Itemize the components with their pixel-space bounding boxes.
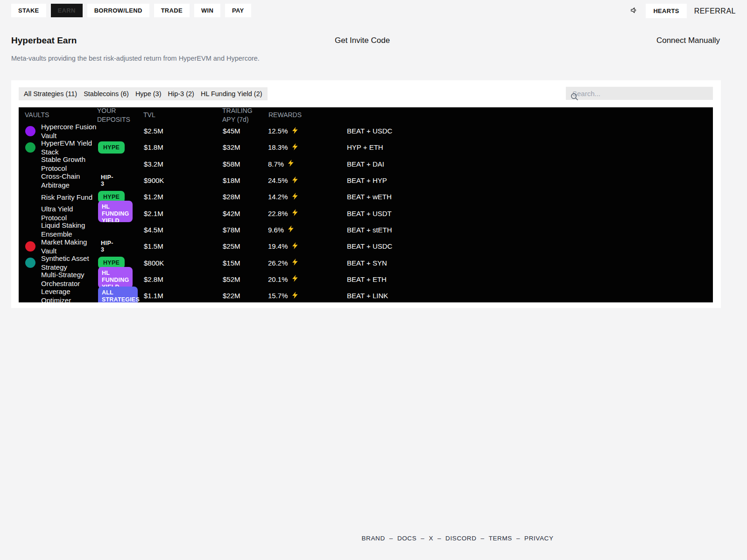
lightning-bolt-icon — [291, 274, 298, 284]
tvl-value: $4.5M — [144, 222, 163, 238]
column-header-rewards: REWARDS — [268, 107, 302, 123]
footer-link-terms[interactable]: TERMS — [489, 535, 512, 542]
reward-percent: 24.5% — [268, 172, 298, 189]
reward-pct-text: 8.7% — [268, 160, 284, 168]
sound-toggle-button[interactable] — [630, 6, 638, 16]
referral-link[interactable]: REFERRAL — [694, 7, 736, 15]
apy-value: $32M — [223, 139, 240, 155]
footer-separator: – — [481, 535, 485, 542]
vault-color-dot — [25, 258, 35, 268]
footer-link-x[interactable]: X — [429, 535, 433, 542]
top-right-controls: HEARTS REFERRAL — [630, 4, 736, 18]
search-input[interactable] — [566, 87, 713, 100]
footer-separator: – — [516, 535, 520, 542]
reward-percent: 22.8% — [268, 205, 298, 221]
reward-pair: BEAT + USDC — [347, 123, 392, 139]
nav-button-stake[interactable]: STAKE — [11, 4, 46, 17]
nav-button-earn[interactable]: EARN — [51, 4, 83, 17]
table-row[interactable]: Leverage Optimizer ALL STRATEGIES $1.1M … — [19, 287, 713, 302]
apy-value: $15M — [223, 254, 240, 271]
reward-pct-text: 24.5% — [268, 176, 288, 184]
nav-button-win[interactable]: WIN — [194, 4, 220, 17]
get-invite-code-link[interactable]: Get Invite Code — [335, 36, 390, 45]
tvl-value: $2.1M — [144, 205, 163, 221]
lightning-bolt-icon — [291, 192, 298, 202]
reward-pair: BEAT + wETH — [347, 189, 392, 205]
lightning-bolt-icon — [291, 209, 298, 218]
table-row[interactable]: Cross-Chain Arbitrage HIP-3 $900K $18M 2… — [19, 172, 713, 189]
strategy-badge: HIP-3 — [101, 240, 113, 253]
lightning-bolt-icon — [291, 143, 298, 152]
vault-color-dot — [25, 241, 35, 252]
table-row[interactable]: Ultra Yield Protocol HL FUNDING YIELD $2… — [19, 205, 713, 221]
tvl-value: $1.1M — [144, 287, 163, 302]
table-header-row: VAULTS YOUR DEPOSITS TVL TRAILING APY (7… — [19, 107, 713, 123]
table-row[interactable]: Multi-Strategy Orchestrator HL FUNDING Y… — [19, 271, 713, 287]
nav-button-pay[interactable]: PAY — [225, 4, 251, 17]
vault-name: Cross-Chain Arbitrage — [41, 172, 97, 189]
reward-pct-text: 18.3% — [268, 143, 288, 151]
table-row[interactable]: Market Making Vault HIP-3 $1.5M $25M 19.… — [19, 238, 713, 254]
reward-pair: BEAT + HYP — [347, 172, 387, 189]
lightning-bolt-icon — [287, 159, 294, 168]
vault-color-dot — [25, 142, 35, 153]
strategy-filter-tabs: All Strategies (11)Stablecoins (6)Hype (… — [19, 87, 268, 100]
reward-percent: 18.3% — [268, 139, 298, 155]
column-header-vaults: VAULTS — [25, 107, 49, 123]
table-row[interactable]: Hypercore Fusion Vault $2.5M $45M 12.5% … — [19, 123, 713, 139]
vault-name: Ultra Yield Protocol — [41, 204, 97, 222]
strategy-badge: HL FUNDING YIELD — [98, 267, 133, 288]
reward-pair: BEAT + USDT — [347, 205, 392, 221]
footer-separator: – — [389, 535, 393, 542]
reward-pair: BEAT + DAI — [347, 156, 384, 172]
reward-pair: BEAT + ETH — [347, 271, 387, 287]
reward-percent: 12.5% — [268, 123, 298, 139]
footer-separator: – — [421, 535, 424, 542]
vaults-card: All Strategies (11)Stablecoins (6)Hype (… — [11, 80, 721, 308]
reward-pct-text: 19.4% — [268, 242, 288, 250]
hearts-button[interactable]: HEARTS — [646, 4, 686, 18]
filter-tab-hip-3-2[interactable]: Hip-3 (2) — [165, 90, 197, 98]
tvl-value: $1.8M — [144, 139, 163, 155]
top-nav: STAKEEARNBORROW/LENDTRADEWINPAY — [11, 4, 251, 17]
reward-pct-text: 26.2% — [268, 259, 288, 267]
nav-button-trade[interactable]: TRADE — [154, 4, 190, 17]
footer-link-discord[interactable]: DISCORD — [445, 535, 476, 542]
connect-manually-link[interactable]: Connect Manually — [656, 36, 720, 45]
filter-tab-hl-funding-yield-2[interactable]: HL Funding Yield (2) — [197, 90, 266, 98]
tvl-value: $800K — [144, 254, 164, 271]
vault-name: Risk Parity Fund — [41, 192, 97, 201]
footer-link-brand[interactable]: BRAND — [362, 535, 385, 542]
filter-tab-all-strategies-11[interactable]: All Strategies (11) — [21, 90, 80, 98]
reward-pct-text: 14.2% — [268, 193, 288, 201]
search-container — [566, 87, 713, 100]
reward-percent: 20.1% — [268, 271, 298, 287]
table-row[interactable]: Liquid Staking Ensemble $4.5M $78M 9.6% … — [19, 222, 713, 238]
filter-tab-hype-3[interactable]: Hype (3) — [132, 90, 165, 98]
tvl-value: $1.2M — [144, 189, 163, 205]
strategy-badge: HYPE — [98, 141, 125, 154]
vault-name: HyperEVM Yield Stack — [41, 139, 97, 156]
reward-pct-text: 20.1% — [268, 275, 288, 283]
filter-tab-stablecoins-6[interactable]: Stablecoins (6) — [80, 90, 132, 98]
reward-pair: HYP + ETH — [347, 139, 383, 155]
strategy-badge: HL FUNDING YIELD — [98, 201, 133, 222]
table-row[interactable]: HyperEVM Yield Stack HYPE $1.8M $32M 18.… — [19, 139, 713, 155]
lightning-bolt-icon — [291, 176, 298, 185]
tvl-value: $900K — [144, 172, 164, 189]
footer-link-docs[interactable]: DOCS — [397, 535, 416, 542]
nav-button-borrow-lend[interactable]: BORROW/LEND — [87, 4, 149, 17]
reward-pct-text: 22.8% — [268, 210, 288, 217]
vault-name: Synthetic Asset Strategy — [41, 254, 97, 272]
tvl-value: $2.8M — [144, 271, 163, 287]
lightning-bolt-icon — [287, 225, 294, 234]
tvl-value: $1.5M — [144, 238, 163, 254]
reward-pair: BEAT + USDC — [347, 238, 392, 254]
vault-color-dot — [25, 126, 35, 136]
reward-pair: BEAT + LINK — [347, 287, 388, 302]
footer-link-privacy[interactable]: PRIVACY — [524, 535, 553, 542]
tvl-value: $2.5M — [144, 123, 163, 139]
apy-value: $25M — [223, 238, 240, 254]
table-row[interactable]: Stable Growth Protocol $3.2M $58M 8.7% B… — [19, 156, 713, 172]
reward-pct-text: 9.6% — [268, 226, 284, 234]
